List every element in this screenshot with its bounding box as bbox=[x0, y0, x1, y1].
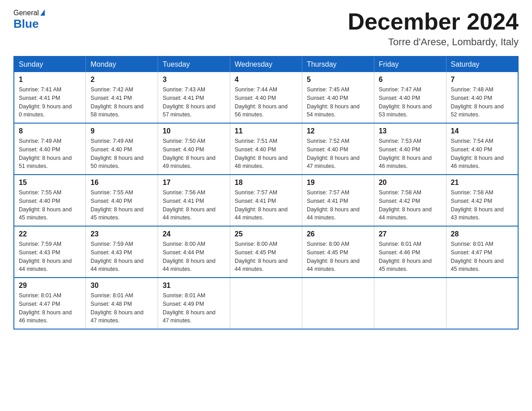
calendar-table: Sunday Monday Tuesday Wednesday Thursday… bbox=[13, 56, 519, 330]
table-row: 24 Sunrise: 8:00 AM Sunset: 4:44 PM Dayl… bbox=[158, 226, 230, 278]
day-info: Sunrise: 8:01 AM Sunset: 4:48 PM Dayligh… bbox=[90, 291, 153, 325]
logo-triangle-icon bbox=[40, 9, 45, 16]
table-row: 9 Sunrise: 7:49 AM Sunset: 4:40 PM Dayli… bbox=[86, 123, 158, 175]
day-number: 10 bbox=[163, 127, 225, 135]
day-number: 1 bbox=[19, 76, 81, 84]
day-info: Sunrise: 7:58 AM Sunset: 4:42 PM Dayligh… bbox=[379, 188, 442, 222]
table-row: 4 Sunrise: 7:44 AM Sunset: 4:40 PM Dayli… bbox=[230, 72, 302, 123]
day-info: Sunrise: 7:55 AM Sunset: 4:40 PM Dayligh… bbox=[19, 188, 81, 222]
table-row bbox=[446, 278, 518, 329]
table-row: 28 Sunrise: 8:01 AM Sunset: 4:47 PM Dayl… bbox=[446, 226, 518, 278]
table-row: 27 Sunrise: 8:01 AM Sunset: 4:46 PM Dayl… bbox=[374, 226, 446, 278]
day-number: 15 bbox=[19, 179, 81, 187]
day-number: 8 bbox=[19, 127, 81, 135]
table-row: 25 Sunrise: 8:00 AM Sunset: 4:45 PM Dayl… bbox=[230, 226, 302, 278]
day-number: 4 bbox=[235, 76, 297, 84]
table-row: 14 Sunrise: 7:54 AM Sunset: 4:40 PM Dayl… bbox=[446, 123, 518, 175]
table-row bbox=[374, 278, 446, 329]
table-row: 18 Sunrise: 7:57 AM Sunset: 4:41 PM Dayl… bbox=[230, 175, 302, 226]
table-row: 8 Sunrise: 7:49 AM Sunset: 4:40 PM Dayli… bbox=[14, 123, 86, 175]
day-info: Sunrise: 8:01 AM Sunset: 4:47 PM Dayligh… bbox=[19, 291, 81, 325]
day-info: Sunrise: 7:49 AM Sunset: 4:40 PM Dayligh… bbox=[19, 137, 81, 171]
day-number: 11 bbox=[235, 127, 297, 135]
calendar-week-2: 15 Sunrise: 7:55 AM Sunset: 4:40 PM Dayl… bbox=[14, 175, 518, 226]
day-number: 29 bbox=[19, 282, 81, 290]
day-number: 7 bbox=[451, 76, 513, 84]
table-row: 15 Sunrise: 7:55 AM Sunset: 4:40 PM Dayl… bbox=[14, 175, 86, 226]
day-number: 12 bbox=[307, 127, 369, 135]
table-row: 11 Sunrise: 7:51 AM Sunset: 4:40 PM Dayl… bbox=[230, 123, 302, 175]
day-info: Sunrise: 8:00 AM Sunset: 4:45 PM Dayligh… bbox=[235, 240, 297, 274]
title-area: December 2024 Torre d'Arese, Lombardy, I… bbox=[348, 9, 519, 48]
table-row: 21 Sunrise: 7:58 AM Sunset: 4:42 PM Dayl… bbox=[446, 175, 518, 226]
day-number: 6 bbox=[379, 76, 442, 84]
day-number: 22 bbox=[19, 230, 81, 238]
location-subtitle: Torre d'Arese, Lombardy, Italy bbox=[348, 36, 519, 48]
day-info: Sunrise: 7:55 AM Sunset: 4:40 PM Dayligh… bbox=[90, 188, 153, 222]
table-row: 6 Sunrise: 7:47 AM Sunset: 4:40 PM Dayli… bbox=[374, 72, 446, 123]
table-row: 29 Sunrise: 8:01 AM Sunset: 4:47 PM Dayl… bbox=[14, 278, 86, 329]
table-row: 30 Sunrise: 8:01 AM Sunset: 4:48 PM Dayl… bbox=[86, 278, 158, 329]
table-row: 5 Sunrise: 7:45 AM Sunset: 4:40 PM Dayli… bbox=[302, 72, 374, 123]
table-row: 10 Sunrise: 7:50 AM Sunset: 4:40 PM Dayl… bbox=[158, 123, 230, 175]
day-number: 24 bbox=[163, 230, 225, 238]
table-row: 26 Sunrise: 8:00 AM Sunset: 4:45 PM Dayl… bbox=[302, 226, 374, 278]
day-number: 17 bbox=[163, 179, 225, 187]
day-info: Sunrise: 7:41 AM Sunset: 4:41 PM Dayligh… bbox=[19, 86, 81, 119]
logo: General Blue bbox=[13, 9, 45, 31]
month-title: December 2024 bbox=[348, 9, 519, 34]
day-number: 26 bbox=[307, 230, 369, 238]
day-info: Sunrise: 7:44 AM Sunset: 4:40 PM Dayligh… bbox=[235, 86, 297, 119]
day-number: 23 bbox=[90, 230, 153, 238]
col-sunday: Sunday bbox=[14, 56, 86, 72]
day-number: 3 bbox=[163, 76, 225, 84]
table-row: 20 Sunrise: 7:58 AM Sunset: 4:42 PM Dayl… bbox=[374, 175, 446, 226]
day-number: 5 bbox=[307, 76, 369, 84]
day-number: 25 bbox=[235, 230, 297, 238]
day-number: 28 bbox=[451, 230, 513, 238]
table-row: 1 Sunrise: 7:41 AM Sunset: 4:41 PM Dayli… bbox=[14, 72, 86, 123]
table-row: 3 Sunrise: 7:43 AM Sunset: 4:41 PM Dayli… bbox=[158, 72, 230, 123]
day-info: Sunrise: 8:00 AM Sunset: 4:44 PM Dayligh… bbox=[163, 240, 225, 274]
header-row: Sunday Monday Tuesday Wednesday Thursday… bbox=[14, 56, 518, 72]
col-saturday: Saturday bbox=[446, 56, 518, 72]
day-info: Sunrise: 7:48 AM Sunset: 4:40 PM Dayligh… bbox=[451, 86, 513, 119]
table-row bbox=[230, 278, 302, 329]
day-info: Sunrise: 7:43 AM Sunset: 4:41 PM Dayligh… bbox=[163, 86, 225, 119]
day-info: Sunrise: 8:00 AM Sunset: 4:45 PM Dayligh… bbox=[307, 240, 369, 274]
table-row: 22 Sunrise: 7:59 AM Sunset: 4:43 PM Dayl… bbox=[14, 226, 86, 278]
day-info: Sunrise: 7:57 AM Sunset: 4:41 PM Dayligh… bbox=[235, 188, 297, 222]
day-number: 21 bbox=[451, 179, 513, 187]
table-row: 12 Sunrise: 7:52 AM Sunset: 4:40 PM Dayl… bbox=[302, 123, 374, 175]
day-info: Sunrise: 7:42 AM Sunset: 4:41 PM Dayligh… bbox=[90, 86, 153, 119]
day-info: Sunrise: 7:52 AM Sunset: 4:40 PM Dayligh… bbox=[307, 137, 369, 171]
day-number: 16 bbox=[90, 179, 153, 187]
logo-general-text: General bbox=[13, 9, 39, 17]
day-info: Sunrise: 8:01 AM Sunset: 4:49 PM Dayligh… bbox=[163, 291, 225, 325]
day-number: 2 bbox=[90, 76, 153, 84]
table-row: 31 Sunrise: 8:01 AM Sunset: 4:49 PM Dayl… bbox=[158, 278, 230, 329]
calendar-week-0: 1 Sunrise: 7:41 AM Sunset: 4:41 PM Dayli… bbox=[14, 72, 518, 123]
table-row: 16 Sunrise: 7:55 AM Sunset: 4:40 PM Dayl… bbox=[86, 175, 158, 226]
header: General Blue December 2024 Torre d'Arese… bbox=[13, 9, 519, 48]
col-friday: Friday bbox=[374, 56, 446, 72]
table-row: 2 Sunrise: 7:42 AM Sunset: 4:41 PM Dayli… bbox=[86, 72, 158, 123]
day-info: Sunrise: 7:50 AM Sunset: 4:40 PM Dayligh… bbox=[163, 137, 225, 171]
day-info: Sunrise: 8:01 AM Sunset: 4:47 PM Dayligh… bbox=[451, 240, 513, 274]
table-row: 13 Sunrise: 7:53 AM Sunset: 4:40 PM Dayl… bbox=[374, 123, 446, 175]
day-info: Sunrise: 7:49 AM Sunset: 4:40 PM Dayligh… bbox=[90, 137, 153, 171]
table-row: 19 Sunrise: 7:57 AM Sunset: 4:41 PM Dayl… bbox=[302, 175, 374, 226]
day-number: 19 bbox=[307, 179, 369, 187]
day-info: Sunrise: 7:58 AM Sunset: 4:42 PM Dayligh… bbox=[451, 188, 513, 222]
day-number: 30 bbox=[90, 282, 153, 290]
col-tuesday: Tuesday bbox=[158, 56, 230, 72]
day-number: 31 bbox=[163, 282, 225, 290]
col-thursday: Thursday bbox=[302, 56, 374, 72]
day-info: Sunrise: 7:53 AM Sunset: 4:40 PM Dayligh… bbox=[379, 137, 442, 171]
day-number: 13 bbox=[379, 127, 442, 135]
day-info: Sunrise: 8:01 AM Sunset: 4:46 PM Dayligh… bbox=[379, 240, 442, 274]
day-info: Sunrise: 7:45 AM Sunset: 4:40 PM Dayligh… bbox=[307, 86, 369, 119]
table-row: 17 Sunrise: 7:56 AM Sunset: 4:41 PM Dayl… bbox=[158, 175, 230, 226]
col-wednesday: Wednesday bbox=[230, 56, 302, 72]
col-monday: Monday bbox=[86, 56, 158, 72]
